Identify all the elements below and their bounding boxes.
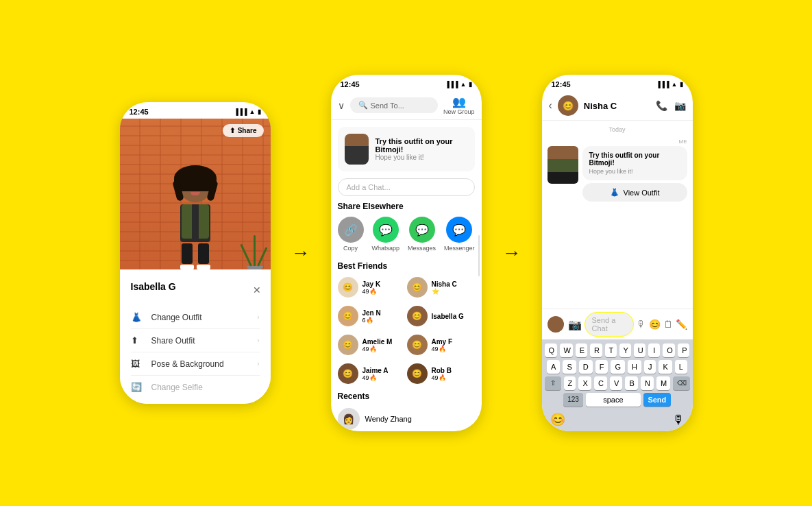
- add-chat-input[interactable]: Add a Chat...: [338, 178, 475, 196]
- phone-icon[interactable]: 📞: [656, 100, 667, 111]
- signal-icon-3: ▐▐▐: [656, 81, 669, 88]
- friend-info-rob: Rob B 49🔥: [432, 367, 452, 381]
- battery-icon-2: ▮: [469, 81, 472, 88]
- friend-avatar-rob: 😊: [407, 363, 428, 384]
- key-i[interactable]: I: [648, 344, 660, 357]
- key-space[interactable]: space: [586, 393, 641, 407]
- key-shift[interactable]: ⇧: [545, 376, 561, 390]
- key-send[interactable]: Send: [643, 393, 671, 407]
- friend-amy-f[interactable]: 😊 Amy F 49🔥: [407, 331, 475, 359]
- key-c[interactable]: C: [594, 376, 607, 390]
- share-button[interactable]: ⬆ Share: [223, 124, 264, 137]
- copy-share-item[interactable]: 🔗 Copy: [338, 217, 364, 252]
- view-outfit-button[interactable]: 👗 View Outfit: [582, 183, 687, 202]
- friend-amelie-m[interactable]: 😊 Amelie M 49🔥: [338, 331, 406, 359]
- friend-jaime-a[interactable]: 😊 Jaime A 49🔥: [338, 360, 406, 387]
- friend-info-jaime: Jaime A 49🔥: [362, 367, 389, 381]
- key-l[interactable]: L: [675, 360, 687, 374]
- emoji-icon[interactable]: 😊: [649, 319, 661, 330]
- friend-name-nisha: Nisha C: [432, 280, 457, 288]
- key-backspace[interactable]: ⌫: [673, 376, 689, 390]
- key-x[interactable]: X: [578, 376, 591, 390]
- emoji-button[interactable]: 😊: [550, 412, 565, 427]
- key-p[interactable]: P: [678, 344, 689, 357]
- chat-input[interactable]: Send a Chat: [585, 312, 634, 337]
- key-n[interactable]: N: [641, 376, 654, 390]
- status-bar-3: 12:45 ▐▐▐ ▲ ▮: [542, 75, 693, 91]
- messages-share-item[interactable]: 💬 Messages: [408, 217, 436, 252]
- battery-icon: ▮: [258, 108, 261, 115]
- key-j[interactable]: J: [644, 360, 656, 374]
- friend-name-jen: Jen N: [362, 309, 381, 317]
- time-1: 12:45: [130, 108, 149, 116]
- bitmoji-legs: [180, 243, 210, 269]
- bitmoji-icon[interactable]: ✏️: [676, 319, 687, 330]
- outfit-icon: 👗: [131, 312, 145, 322]
- back-button[interactable]: ‹: [549, 99, 552, 112]
- share-elsewhere-section: Share Elsewhere 🔗 Copy 💬 Whatsapp 💬 Mess…: [331, 202, 482, 252]
- key-o[interactable]: O: [663, 344, 675, 357]
- key-g[interactable]: G: [611, 360, 625, 374]
- outfit-card-title: Try this outfit on your Bitmoji!: [376, 137, 468, 154]
- change-outfit-item[interactable]: 👗 Change Outfit ›: [131, 306, 260, 329]
- friend-info-amy: Amy F 49🔥: [432, 338, 453, 352]
- mic-icon[interactable]: 🎙: [637, 319, 646, 330]
- key-q[interactable]: Q: [545, 344, 557, 357]
- video-icon[interactable]: 📷: [674, 100, 686, 111]
- key-s[interactable]: S: [563, 360, 576, 374]
- key-h[interactable]: H: [628, 360, 641, 374]
- friend-isabella-g[interactable]: 😊 Isabella G: [407, 302, 475, 330]
- key-r[interactable]: R: [590, 344, 602, 357]
- pose-icon: 🖼: [131, 359, 145, 369]
- share-label: Share: [238, 127, 257, 134]
- new-group-button[interactable]: 👥 New Group: [443, 95, 475, 115]
- friend-nisha-c[interactable]: 😊 Nisha C ⭐: [407, 274, 475, 301]
- share-outfit-icon: ⬆: [131, 335, 145, 346]
- leg-right-upper: [198, 243, 209, 264]
- friends-grid: 😊 Jay K 49🔥 😊 Nisha C ⭐ 😊 Jen N 6🔥: [331, 274, 482, 387]
- key-w[interactable]: W: [560, 344, 573, 357]
- bitmoji-body: [180, 204, 210, 242]
- change-outfit-label: Change Outfit: [151, 313, 202, 322]
- key-b[interactable]: B: [625, 376, 638, 390]
- sticker-icon[interactable]: 🗒: [663, 319, 673, 330]
- chat-card-bubble: Try this outfit on your Bitmoji! Hope yo…: [582, 146, 687, 180]
- pose-background-item[interactable]: 🖼 Pose & Background ›: [131, 352, 260, 376]
- recent-wendy[interactable]: 👩 Wendy Zhang: [338, 404, 475, 431]
- key-z[interactable]: Z: [564, 376, 576, 390]
- friend-emoji-amelie: 49🔥: [362, 346, 393, 352]
- vest-center: [192, 204, 199, 239]
- leg-right: [197, 243, 210, 269]
- messenger-icon: 💬: [446, 217, 472, 243]
- key-f[interactable]: F: [595, 360, 608, 374]
- friend-avatar-jay: 😊: [338, 277, 358, 298]
- close-button[interactable]: ✕: [253, 285, 261, 296]
- friend-rob-b[interactable]: 😊 Rob B 49🔥: [407, 360, 475, 387]
- key-123[interactable]: 123: [563, 393, 583, 407]
- friend-jay-k[interactable]: 😊 Jay K 49🔥: [338, 274, 406, 301]
- messenger-share-item[interactable]: 💬 Messenger: [444, 217, 475, 252]
- key-k[interactable]: K: [659, 360, 672, 374]
- back-chevron[interactable]: ∨: [338, 100, 345, 111]
- camera-icon[interactable]: 📷: [568, 318, 582, 331]
- p3-header: ‹ 😊 Nisha C 📞 📷: [542, 91, 693, 121]
- search-icon: 🔍: [358, 101, 368, 110]
- key-y[interactable]: Y: [619, 344, 631, 357]
- friend-avatar-amelie: 😊: [338, 335, 358, 355]
- search-bar[interactable]: 🔍 Send To...: [350, 97, 438, 113]
- key-a[interactable]: A: [547, 360, 560, 374]
- mic-button[interactable]: 🎙: [672, 413, 685, 427]
- key-e[interactable]: E: [576, 344, 587, 357]
- whatsapp-share-item[interactable]: 💬 Whatsapp: [372, 217, 400, 252]
- key-d[interactable]: D: [579, 360, 593, 374]
- key-m[interactable]: M: [656, 376, 670, 390]
- wifi-icon: ▲: [249, 108, 256, 115]
- key-v[interactable]: V: [610, 376, 623, 390]
- key-t[interactable]: T: [605, 344, 617, 357]
- friend-jen-n[interactable]: 😊 Jen N 6🔥: [338, 302, 406, 330]
- share-outfit-item[interactable]: ⬆ Share Outfit ›: [131, 329, 260, 352]
- key-u[interactable]: U: [634, 344, 646, 357]
- new-group-icon: 👥: [443, 95, 475, 108]
- friend-info-amelie: Amelie M 49🔥: [362, 338, 393, 352]
- pose-label: Pose & Background: [151, 359, 224, 369]
